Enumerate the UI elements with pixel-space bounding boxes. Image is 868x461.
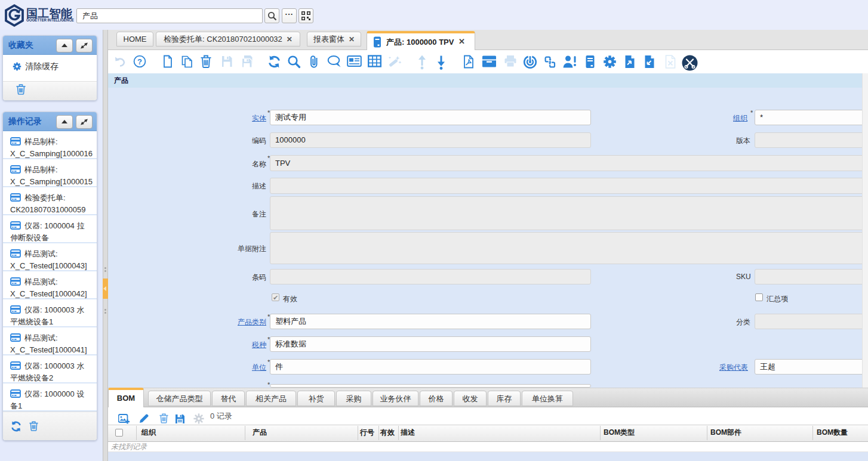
svg-text:?: ? (137, 57, 142, 66)
